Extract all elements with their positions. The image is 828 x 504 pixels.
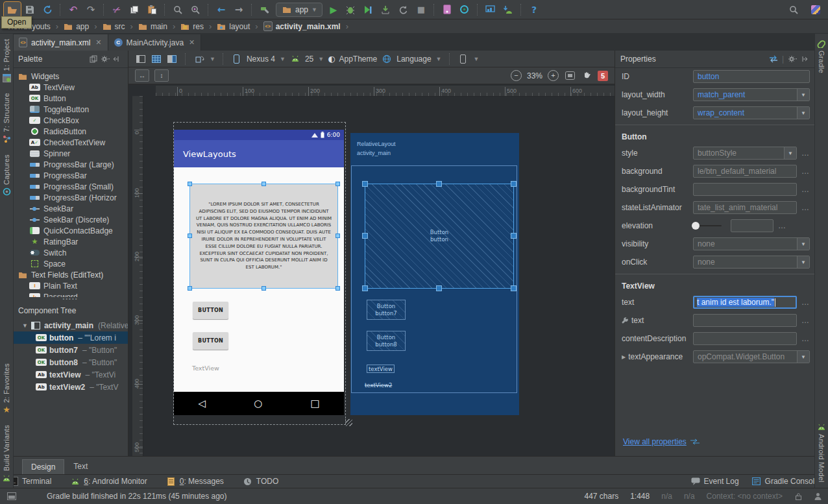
breadcrumb-item[interactable]: <>activity_main.xml xyxy=(262,22,342,31)
palette-group-widgets[interactable]: Widgets xyxy=(13,71,128,82)
palette-item-progressbar--large-[interactable]: ProgressBar (Large) xyxy=(13,159,128,170)
redo-button[interactable]: ↷ xyxy=(82,2,99,18)
tab-design[interactable]: Design xyxy=(22,459,64,474)
property-field[interactable] xyxy=(693,314,797,327)
ellipsis-button[interactable]: … xyxy=(801,334,810,343)
palette-item-progressbar--small-[interactable]: ProgressBar (Small) xyxy=(13,181,128,192)
palette-item-seekbar[interactable]: SeekBar xyxy=(13,203,128,214)
language-selector[interactable]: Language xyxy=(396,54,431,64)
bp-handle-left[interactable] xyxy=(362,233,368,239)
property-field[interactable]: buttonStyle▼ xyxy=(693,147,797,160)
selected-button-lorem[interactable]: "LOREM IPSUM DOLOR SIT AMET, CONSECTETUR… xyxy=(189,184,338,289)
bp-handle-right[interactable] xyxy=(511,233,517,239)
view-all-properties-link[interactable]: View all properties xyxy=(623,437,687,446)
palette-item-button[interactable]: OKButton xyxy=(13,93,128,104)
handle-bottom[interactable] xyxy=(262,286,266,291)
palette-item-progressbar--horizor[interactable]: ProgressBar (Horizor xyxy=(13,192,128,203)
palette-item-textview[interactable]: AbTextView xyxy=(13,82,128,93)
breadcrumb-item[interactable]: main xyxy=(137,22,169,31)
breadcrumb-item[interactable]: app xyxy=(62,22,90,31)
close-icon[interactable]: ✕ xyxy=(95,38,101,47)
avd-button[interactable] xyxy=(500,2,517,18)
back-button[interactable]: ← xyxy=(213,2,230,18)
ellipsis-button[interactable]: … xyxy=(801,185,810,194)
orientation-icon[interactable] xyxy=(193,53,205,65)
stripe-button-build-variants[interactable]: Build Variants xyxy=(2,420,11,488)
hide-panel-icon[interactable] xyxy=(798,53,810,65)
theme-selector[interactable]: AppTheme xyxy=(339,54,378,64)
sync-button[interactable] xyxy=(39,2,56,18)
toolwindow-todo[interactable]: TODO xyxy=(243,477,278,486)
attach-button[interactable] xyxy=(378,2,395,18)
tree-item-button7[interactable]: OKbutton7– "Button" xyxy=(13,344,128,356)
expand-vertical-icon[interactable]: ↕ xyxy=(154,69,169,82)
ellipsis-button[interactable]: … xyxy=(801,149,810,158)
chevron-down-icon[interactable]: ▼ xyxy=(797,89,809,101)
blueprint-textview[interactable]: textView xyxy=(367,365,395,373)
replace-button[interactable] xyxy=(187,2,204,18)
palette-group-text[interactable]: Text Fields (EditText) xyxy=(13,269,128,280)
copy-button[interactable] xyxy=(126,2,143,18)
palette-item-plain-text[interactable]: IPlain Text xyxy=(13,280,128,291)
inspector-button[interactable] xyxy=(439,2,456,18)
monitor-button[interactable] xyxy=(482,2,499,18)
cut-button[interactable]: ✂ xyxy=(108,2,125,18)
palette-item-switch[interactable]: Switch xyxy=(13,247,128,258)
property-field[interactable] xyxy=(693,183,797,196)
stripe-button----favorites[interactable]: 2: Favorites★ xyxy=(2,358,11,420)
rerun-button[interactable] xyxy=(395,2,412,18)
chevron-down-icon[interactable]: ▼ xyxy=(797,351,809,363)
tree-item-button8[interactable]: OKbutton8– "Button" xyxy=(13,356,128,368)
help-button[interactable]: ? xyxy=(526,2,542,18)
tree-item-activity_main[interactable]: ▼activity_main(Relative xyxy=(13,319,128,331)
preview-button8[interactable]: BUTTON xyxy=(193,332,228,350)
preview-textview[interactable]: TextView xyxy=(192,365,219,372)
preview-button7[interactable]: BUTTON xyxy=(193,302,228,319)
toolwindow----android-monitor[interactable]: 6: Android Monitor xyxy=(71,477,147,486)
ellipsis-button[interactable]: … xyxy=(801,298,810,307)
slider-knob[interactable] xyxy=(692,222,700,230)
handle-top-left[interactable] xyxy=(188,182,192,186)
gear-icon[interactable] xyxy=(99,53,111,65)
blueprint-surface-icon[interactable] xyxy=(151,53,162,65)
tree-item-button[interactable]: OKbutton– ""Lorem i xyxy=(13,331,128,344)
search-button[interactable] xyxy=(785,2,802,18)
property-field[interactable]: le/btn_default_material xyxy=(693,165,797,178)
swap-views-icon[interactable] xyxy=(768,53,779,65)
toolwindow-event-log[interactable]: Event Log xyxy=(691,477,739,486)
stripe-button----structure[interactable]: 7: Structure xyxy=(2,88,11,149)
tab-text[interactable]: Text xyxy=(64,459,97,474)
device-selector[interactable]: Nexus 4 xyxy=(247,54,275,64)
property-field[interactable]: none▼ xyxy=(693,256,810,269)
palette-item-radiobutton[interactable]: RadioButton xyxy=(13,126,128,137)
bp-handle-bottom-right[interactable] xyxy=(511,285,517,291)
property-field[interactable]: wrap_content▼ xyxy=(693,106,810,119)
palette-item-checkbox[interactable]: ✓CheckBox xyxy=(13,115,128,126)
bp-handle-top[interactable] xyxy=(436,181,442,187)
toolwindow-terminal[interactable]: >_Terminal xyxy=(9,477,51,486)
breadcrumb-item[interactable]: res xyxy=(179,22,205,31)
zoom-out-button[interactable]: − xyxy=(511,70,522,81)
canvas-resize-grip[interactable] xyxy=(345,419,352,426)
paste-button[interactable] xyxy=(143,2,160,18)
palette-item-spinner[interactable]: Spinner xyxy=(13,148,128,159)
palette-item-ratingbar[interactable]: ★RatingBar xyxy=(13,236,128,247)
property-field[interactable] xyxy=(731,219,773,232)
toolwindow-toggle-icon[interactable] xyxy=(6,492,17,501)
api-level-selector[interactable]: 25 xyxy=(305,54,313,64)
palette-item-seekbar--discrete-[interactable]: SeekBar (Discrete) xyxy=(13,214,128,225)
ellipsis-button[interactable]: … xyxy=(801,167,810,176)
tree-item-textView[interactable]: AbtextView– "TextVi xyxy=(13,368,128,381)
view-all-properties[interactable]: View all properties xyxy=(623,437,700,446)
integration-button[interactable] xyxy=(456,2,473,18)
handle-bottom-right[interactable] xyxy=(335,286,340,291)
property-field[interactable]: match_parent▼ xyxy=(693,88,810,101)
breadcrumb-item[interactable]: layout xyxy=(215,22,251,31)
zoom-in-button[interactable]: + xyxy=(548,70,559,81)
chevron-down-icon[interactable]: ▼ xyxy=(784,147,796,159)
palette-item-togglebutton[interactable]: ToggleButton xyxy=(13,104,128,115)
ellipsis-button[interactable]: … xyxy=(777,221,786,230)
stripe-button-captures[interactable]: Captures xyxy=(2,149,11,202)
run-config-selector[interactable]: app▼ xyxy=(276,3,323,17)
blueprint-textview2[interactable]: textView2 xyxy=(365,382,392,389)
